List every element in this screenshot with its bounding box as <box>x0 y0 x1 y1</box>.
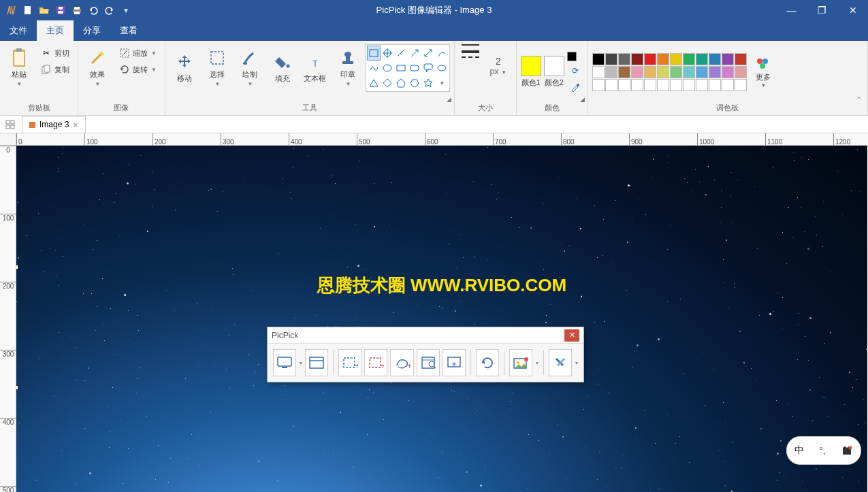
menu-file[interactable]: 文件 <box>0 20 37 41</box>
image-document[interactable]: 恩腾技术圈 WWW.RVIBO.COM <box>16 146 867 492</box>
palette-swatch[interactable] <box>657 79 669 91</box>
palette-swatch[interactable] <box>618 66 630 78</box>
palette-swatch[interactable] <box>670 66 682 78</box>
palette-swatch[interactable] <box>657 66 669 78</box>
palette-swatch[interactable] <box>657 53 669 65</box>
capture-scroll-icon[interactable] <box>417 349 440 376</box>
eyedropper-icon[interactable] <box>567 80 583 94</box>
print-icon[interactable] <box>69 3 84 18</box>
maximize-button[interactable]: ❐ <box>807 0 837 20</box>
palette-swatch[interactable] <box>735 66 747 78</box>
fill-tool[interactable]: 填充 <box>268 43 298 92</box>
canvas-viewport[interactable]: 恩腾技术圈 WWW.RVIBO.COM <box>16 146 868 492</box>
line-style-list[interactable] <box>459 43 482 73</box>
shape-double-arrow[interactable] <box>421 46 435 61</box>
editor-icon[interactable] <box>509 349 532 376</box>
color1-swatch[interactable] <box>521 56 541 76</box>
shape-curve[interactable] <box>435 46 449 61</box>
shape-spline[interactable] <box>367 61 381 76</box>
redo-icon[interactable] <box>102 3 117 18</box>
palette-swatch[interactable] <box>696 53 708 65</box>
palette-swatch[interactable] <box>722 53 734 65</box>
palette-swatch[interactable] <box>683 53 695 65</box>
qat-more-icon[interactable]: ▾ <box>118 3 133 18</box>
shape-rect[interactable] <box>367 46 381 61</box>
stroke-size[interactable]: 2 px ▼ <box>485 43 512 89</box>
palette-swatch[interactable] <box>722 66 734 78</box>
shapes-gallery[interactable]: ▼ <box>366 44 450 92</box>
rotate-button[interactable]: 旋转▼ <box>115 62 161 77</box>
ime-punct-icon[interactable]: °, <box>819 445 826 456</box>
palette-swatch[interactable] <box>605 53 617 65</box>
ime-lang[interactable]: 中 <box>794 444 804 457</box>
palette-swatch[interactable] <box>696 79 708 91</box>
resize-handle[interactable] <box>16 385 18 390</box>
copy-button[interactable]: 复制 <box>37 62 74 77</box>
cut-button[interactable]: ✂剪切 <box>37 46 74 61</box>
open-icon[interactable] <box>37 3 52 18</box>
shape-pentagon[interactable] <box>394 76 408 91</box>
capture-freehand-icon[interactable]: + <box>390 349 413 376</box>
palette-swatch[interactable] <box>592 66 605 78</box>
undo-icon[interactable] <box>86 3 101 18</box>
repeat-capture-icon[interactable] <box>476 349 499 376</box>
document-tab[interactable]: Image 3 × <box>22 116 86 133</box>
palette-swatch[interactable] <box>605 79 617 91</box>
new-icon[interactable] <box>20 3 35 18</box>
ruler-vertical[interactable]: 0100200300400500 <box>0 146 16 492</box>
palette-swatch[interactable] <box>592 79 605 91</box>
palette-swatch[interactable] <box>631 66 643 78</box>
palette-swatch[interactable] <box>605 66 617 78</box>
ime-skin-icon[interactable] <box>841 445 853 456</box>
shape-line[interactable] <box>394 46 408 61</box>
palette-swatch[interactable] <box>709 79 721 91</box>
save-icon[interactable] <box>53 3 68 18</box>
thumbnails-icon[interactable] <box>3 117 18 132</box>
ribbon-collapse-icon[interactable]: ⌃ <box>856 96 862 103</box>
shape-rect2[interactable] <box>394 61 408 76</box>
palette-swatch[interactable] <box>618 79 630 91</box>
capture-fixed-region-icon[interactable]: + <box>364 349 387 376</box>
menu-view[interactable]: 查看 <box>110 20 147 41</box>
shape-triangle[interactable] <box>367 76 381 91</box>
color-palette[interactable] <box>592 53 747 91</box>
float-close-button[interactable]: ✕ <box>564 329 579 342</box>
palette-swatch[interactable] <box>618 53 630 65</box>
menu-home[interactable]: 主页 <box>37 20 74 41</box>
menu-share[interactable]: 分享 <box>74 20 110 41</box>
app-icon[interactable] <box>4 3 19 18</box>
palette-swatch[interactable] <box>722 79 734 91</box>
palette-swatch[interactable] <box>644 53 656 65</box>
shape-arrow[interactable] <box>408 46 421 61</box>
more-colors-button[interactable]: 更多▼ <box>750 49 777 95</box>
shape-hexagon[interactable] <box>408 76 421 91</box>
minimize-button[interactable]: — <box>776 0 807 20</box>
capture-fullscreen-icon[interactable] <box>273 349 296 376</box>
palette-swatch[interactable] <box>670 79 682 91</box>
tab-close-icon[interactable]: × <box>73 120 78 130</box>
palette-swatch[interactable] <box>644 66 656 78</box>
capture-region-icon[interactable]: + <box>338 349 361 376</box>
shape-diamond[interactable] <box>381 76 394 91</box>
shape-ellipse[interactable] <box>381 61 394 76</box>
palette-swatch[interactable] <box>709 53 721 65</box>
palette-swatch[interactable] <box>709 66 721 78</box>
palette-swatch[interactable] <box>735 79 747 91</box>
close-button[interactable]: ✕ <box>837 0 868 20</box>
palette-swatch[interactable] <box>696 66 708 78</box>
palette-swatch[interactable] <box>631 79 643 91</box>
stamp-tool[interactable]: 印章▼ <box>333 43 363 92</box>
palette-swatch[interactable] <box>735 53 747 65</box>
mini-swatch[interactable] <box>567 52 577 61</box>
group-launcher-icon[interactable]: ◢ <box>580 96 585 103</box>
whiteboard-icon[interactable] <box>443 349 466 376</box>
draw-tool[interactable]: 绘制▼ <box>235 43 265 92</box>
palette-swatch[interactable] <box>670 53 682 65</box>
swap-colors-icon[interactable]: ⟳ <box>567 64 583 78</box>
palette-swatch[interactable] <box>631 53 643 65</box>
text-tool[interactable]: T文本框 <box>300 43 330 92</box>
capture-window-icon[interactable] <box>305 349 328 376</box>
paste-button[interactable]: 粘贴▼ <box>4 43 34 92</box>
resize-handle[interactable] <box>16 265 18 269</box>
shape-target[interactable] <box>381 46 394 61</box>
